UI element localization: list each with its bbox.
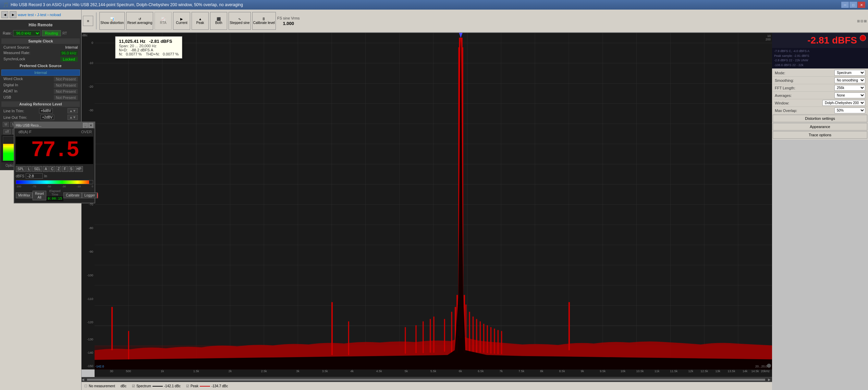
y-120: -120	[87, 320, 93, 324]
dbfs-in-label: In	[44, 174, 47, 178]
elapsed-value: 0:00:15	[46, 196, 63, 201]
logger-button[interactable]: Logger	[82, 192, 97, 198]
distortion-settings-button[interactable]: Distortion settings	[773, 115, 867, 122]
appearance-button[interactable]: Appearance	[773, 123, 867, 130]
elapsed-container: Elapsed Time 0:00:15	[46, 189, 63, 201]
resize-icon-1: ⊞	[857, 19, 860, 23]
spectrum-and-right: 0 -10 -20 -30 -40 -50 -60 -70 -80 -90 -1…	[82, 33, 868, 390]
stepped-sine-button[interactable]: ∿ Stepped sine	[229, 12, 250, 30]
internal-clock-button[interactable]: Internal	[1, 70, 80, 76]
peak-status-label: Peak	[191, 384, 198, 388]
fs-sine-group: FS sine Vrms 1.000	[277, 16, 300, 26]
hp-button[interactable]: HP	[75, 166, 83, 172]
chart-plot-area[interactable]: 11,025.41 Hz -2.81 dBFS Span: 20 ... 20,…	[95, 33, 772, 369]
svg-rect-55	[480, 322, 481, 353]
y-100: -100	[87, 274, 93, 277]
x-12k: 12k	[688, 369, 693, 373]
scale-100: -100	[16, 185, 21, 188]
show-distortion-label: Show distortion	[100, 21, 124, 25]
fs-sine-label: FS sine Vrms	[277, 16, 300, 20]
svg-rect-44	[569, 302, 570, 350]
minimize-button[interactable]: ─	[841, 2, 849, 8]
scroll-left-arrow[interactable]: ◀	[82, 378, 84, 381]
measured-rate-value: 96.0 kHz	[60, 51, 78, 55]
tooltip-span: Span: 20 ... 20,000 Hz	[119, 44, 179, 48]
vu-title-buttons: _ ✕	[83, 123, 93, 128]
dbfs-value: -2.8	[26, 173, 43, 179]
scrollbar-thumb[interactable]	[87, 379, 765, 381]
x-2k: 2k	[229, 369, 232, 373]
mode-select[interactable]: Spectrum	[834, 70, 865, 76]
f-button[interactable]: F	[62, 166, 68, 172]
mode-label: Mode:	[775, 71, 834, 75]
nav-forward-button[interactable]: ▶	[10, 11, 16, 18]
close-button[interactable]: ✕	[858, 2, 865, 8]
calibrate-level-button[interactable]: 🎚 Calibrate level	[252, 12, 276, 30]
sel-button[interactable]: SEL	[32, 166, 42, 172]
vu-display-label: dB(A) F	[16, 129, 34, 135]
routing-button[interactable]: Routing	[42, 30, 61, 36]
both-button[interactable]: ⬛ Both	[210, 12, 227, 30]
y-20: -20	[89, 85, 93, 88]
svg-rect-43	[348, 322, 349, 355]
trace-options-button[interactable]: Trace options	[773, 131, 867, 139]
vu-over-label: OVER	[81, 129, 93, 135]
right-controls-panel: -2.81 dBFS -7.9 dBFS C, -4.0 dBFS A Peak…	[772, 33, 868, 390]
y-90: -90	[89, 250, 93, 253]
svg-rect-60	[498, 330, 499, 354]
l-button[interactable]: L	[26, 166, 32, 172]
line-out-off-button[interactable]: ▲▼	[68, 115, 78, 120]
current-button[interactable]: ▶ Current	[173, 12, 190, 30]
smoothing-select[interactable]: No smoothing	[834, 77, 865, 83]
reset-all-button[interactable]: Reset All	[33, 191, 46, 200]
word-clock-value: Not Present	[54, 77, 78, 81]
spl-button[interactable]: SPL	[16, 166, 26, 172]
rta-button[interactable]: 📈 RTA	[155, 12, 172, 30]
x-1k: 1k	[161, 369, 164, 373]
reset-averaging-button[interactable]: ↺ Reset averaging	[126, 12, 153, 30]
line-in-off-button[interactable]: ▲▼	[68, 108, 78, 113]
svg-rect-41	[128, 331, 129, 360]
tooltip-nd-value: -88.2 dBFS A	[131, 48, 153, 52]
calibrate-button[interactable]: Calibrate	[63, 192, 82, 198]
x-2.5k: 2.5k	[261, 369, 267, 373]
z-button[interactable]: Z	[56, 166, 61, 172]
rate-select[interactable]: 96.0 kHz	[13, 30, 40, 36]
right-content: ≡ 📊 Show distortion ↺ Reset averaging 📈 …	[82, 10, 868, 390]
x-12.5k: 12.5k	[700, 369, 708, 373]
tooltip-level: -2.81 dBFS	[149, 39, 172, 44]
minmax-button[interactable]: MinMax	[16, 192, 33, 198]
vu-minimize-button[interactable]: _	[83, 123, 88, 128]
tooltip-thd-value: 0.0077 %	[163, 52, 179, 56]
averages-select[interactable]: None	[834, 92, 865, 98]
svg-rect-45	[433, 317, 435, 353]
svg-rect-53	[473, 317, 474, 353]
big-dbfs-panel: -2.81 dBFS	[772, 33, 868, 48]
tooltip-freq-value: 11,025.41 Hz	[119, 39, 145, 44]
off1-button[interactable]: off	[3, 129, 11, 134]
s-button[interactable]: S	[69, 166, 74, 172]
c-button[interactable]: C	[49, 166, 55, 172]
resize-icon-3: ⊠	[864, 19, 867, 23]
x-8k: 8k	[540, 369, 543, 373]
vu-close-button[interactable]: ✕	[88, 123, 93, 128]
scroll-right-arrow[interactable]: ▶	[768, 378, 771, 381]
line-in-trim-label: Line In Trim:	[3, 109, 24, 113]
toolbar: ≡ 📊 Show distortion ↺ Reset averaging 📈 …	[82, 10, 868, 33]
menu-icon[interactable]: ≡	[83, 16, 93, 26]
maximize-button[interactable]: □	[849, 2, 857, 8]
dbfs-label: dBFS	[16, 174, 24, 178]
fft-select[interactable]: 256k	[834, 85, 865, 91]
nav-back-button[interactable]: ◀	[1, 11, 8, 18]
window-row: Window: Dolph-Chebyshev 200	[773, 99, 867, 107]
a-button[interactable]: A	[43, 166, 49, 172]
m1-button[interactable]: M	[3, 122, 9, 127]
big-rec-dot	[860, 35, 866, 41]
y0: 0	[91, 41, 93, 45]
x-20khz: 20kHz	[761, 369, 770, 373]
window-select[interactable]: Dolph-Chebyshev 200	[822, 100, 865, 106]
peak-button[interactable]: ▲ Peak	[192, 12, 209, 30]
max-overlap-select[interactable]: 50%	[834, 108, 865, 113]
show-distortion-button[interactable]: 📊 Show distortion	[99, 12, 125, 30]
scrollbar-track[interactable]	[87, 379, 765, 381]
